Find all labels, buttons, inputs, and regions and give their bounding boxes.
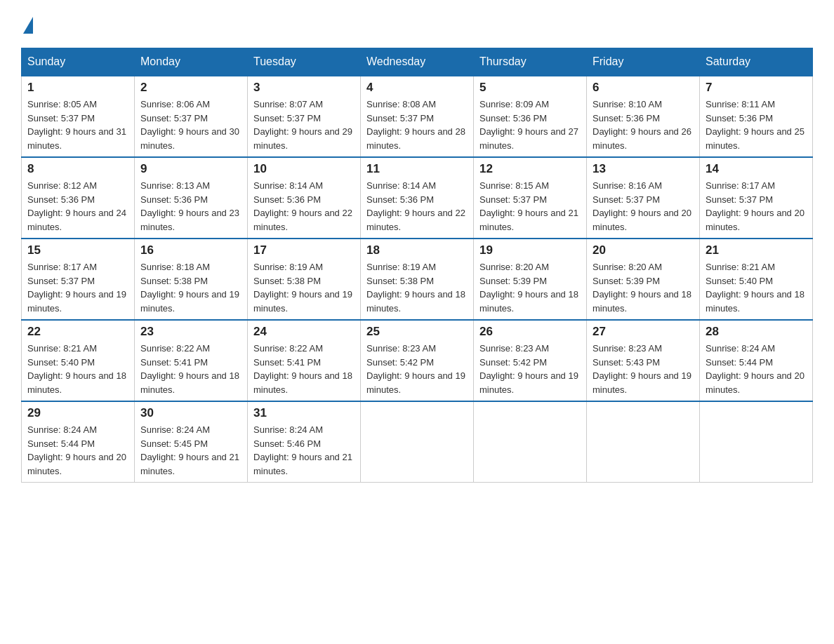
day-info: Sunrise: 8:20 AMSunset: 5:39 PMDaylight:… xyxy=(593,260,694,315)
calendar-cell xyxy=(474,401,587,483)
calendar-cell: 15Sunrise: 8:17 AMSunset: 5:37 PMDayligh… xyxy=(22,239,135,320)
calendar-cell xyxy=(587,401,700,483)
calendar-cell: 20Sunrise: 8:20 AMSunset: 5:39 PMDayligh… xyxy=(587,239,700,320)
day-info: Sunrise: 8:19 AMSunset: 5:38 PMDaylight:… xyxy=(253,260,355,315)
calendar-cell: 25Sunrise: 8:23 AMSunset: 5:42 PMDayligh… xyxy=(361,320,474,401)
calendar-cell: 22Sunrise: 8:21 AMSunset: 5:40 PMDayligh… xyxy=(22,320,135,401)
day-number: 26 xyxy=(479,325,581,339)
calendar-cell: 27Sunrise: 8:23 AMSunset: 5:43 PMDayligh… xyxy=(587,320,700,401)
day-number: 29 xyxy=(27,406,128,420)
calendar-cell: 14Sunrise: 8:17 AMSunset: 5:37 PMDayligh… xyxy=(700,157,813,239)
day-info: Sunrise: 8:22 AMSunset: 5:41 PMDaylight:… xyxy=(253,342,355,396)
calendar-week-row: 8Sunrise: 8:12 AMSunset: 5:36 PMDaylight… xyxy=(22,157,813,239)
day-number: 23 xyxy=(140,325,241,339)
day-info: Sunrise: 8:24 AMSunset: 5:44 PMDaylight:… xyxy=(27,423,128,478)
day-number: 16 xyxy=(140,243,241,257)
calendar-cell: 29Sunrise: 8:24 AMSunset: 5:44 PMDayligh… xyxy=(22,401,135,483)
calendar-cell: 4Sunrise: 8:08 AMSunset: 5:37 PMDaylight… xyxy=(361,76,474,157)
day-info: Sunrise: 8:06 AMSunset: 5:37 PMDaylight:… xyxy=(140,98,241,152)
day-info: Sunrise: 8:24 AMSunset: 5:44 PMDaylight:… xyxy=(706,342,807,396)
header-thursday: Thursday xyxy=(474,48,587,76)
day-number: 30 xyxy=(140,406,241,420)
logo xyxy=(21,14,36,34)
day-info: Sunrise: 8:17 AMSunset: 5:37 PMDaylight:… xyxy=(706,179,807,234)
calendar-cell: 3Sunrise: 8:07 AMSunset: 5:37 PMDaylight… xyxy=(248,76,361,157)
day-number: 17 xyxy=(253,243,355,257)
calendar-cell: 7Sunrise: 8:11 AMSunset: 5:36 PMDaylight… xyxy=(700,76,813,157)
logo-triangle-icon xyxy=(23,17,33,34)
day-number: 11 xyxy=(366,162,468,176)
header-monday: Monday xyxy=(135,48,248,76)
calendar-cell: 12Sunrise: 8:15 AMSunset: 5:37 PMDayligh… xyxy=(474,157,587,239)
calendar-week-row: 15Sunrise: 8:17 AMSunset: 5:37 PMDayligh… xyxy=(22,239,813,320)
day-info: Sunrise: 8:11 AMSunset: 5:36 PMDaylight:… xyxy=(706,98,807,152)
calendar-cell: 6Sunrise: 8:10 AMSunset: 5:36 PMDaylight… xyxy=(587,76,700,157)
calendar-cell: 28Sunrise: 8:24 AMSunset: 5:44 PMDayligh… xyxy=(700,320,813,401)
day-info: Sunrise: 8:14 AMSunset: 5:36 PMDaylight:… xyxy=(366,179,468,234)
calendar-cell: 11Sunrise: 8:14 AMSunset: 5:36 PMDayligh… xyxy=(361,157,474,239)
day-number: 15 xyxy=(27,243,128,257)
header-wednesday: Wednesday xyxy=(361,48,474,76)
calendar-cell: 26Sunrise: 8:23 AMSunset: 5:42 PMDayligh… xyxy=(474,320,587,401)
calendar-cell: 5Sunrise: 8:09 AMSunset: 5:36 PMDaylight… xyxy=(474,76,587,157)
calendar-cell: 31Sunrise: 8:24 AMSunset: 5:46 PMDayligh… xyxy=(248,401,361,483)
calendar-cell: 1Sunrise: 8:05 AMSunset: 5:37 PMDaylight… xyxy=(22,76,135,157)
calendar-cell xyxy=(361,401,474,483)
day-info: Sunrise: 8:21 AMSunset: 5:40 PMDaylight:… xyxy=(706,260,807,315)
header-tuesday: Tuesday xyxy=(248,48,361,76)
calendar-cell: 23Sunrise: 8:22 AMSunset: 5:41 PMDayligh… xyxy=(135,320,248,401)
calendar-cell: 9Sunrise: 8:13 AMSunset: 5:36 PMDaylight… xyxy=(135,157,248,239)
calendar-week-row: 1Sunrise: 8:05 AMSunset: 5:37 PMDaylight… xyxy=(22,76,813,157)
day-number: 10 xyxy=(253,162,355,176)
calendar-week-row: 29Sunrise: 8:24 AMSunset: 5:44 PMDayligh… xyxy=(22,401,813,483)
day-info: Sunrise: 8:24 AMSunset: 5:46 PMDaylight:… xyxy=(253,423,355,478)
day-number: 7 xyxy=(706,81,807,95)
calendar-cell: 18Sunrise: 8:19 AMSunset: 5:38 PMDayligh… xyxy=(361,239,474,320)
calendar-cell: 21Sunrise: 8:21 AMSunset: 5:40 PMDayligh… xyxy=(700,239,813,320)
day-number: 8 xyxy=(27,162,128,176)
day-number: 22 xyxy=(27,325,128,339)
calendar-table: SundayMondayTuesdayWednesdayThursdayFrid… xyxy=(21,48,813,483)
calendar-cell: 24Sunrise: 8:22 AMSunset: 5:41 PMDayligh… xyxy=(248,320,361,401)
calendar-cell xyxy=(700,401,813,483)
header-sunday: Sunday xyxy=(22,48,135,76)
day-info: Sunrise: 8:19 AMSunset: 5:38 PMDaylight:… xyxy=(366,260,468,315)
day-number: 5 xyxy=(479,81,581,95)
day-number: 2 xyxy=(140,81,241,95)
calendar-header-row: SundayMondayTuesdayWednesdayThursdayFrid… xyxy=(22,48,813,76)
day-info: Sunrise: 8:12 AMSunset: 5:36 PMDaylight:… xyxy=(27,179,128,234)
day-info: Sunrise: 8:24 AMSunset: 5:45 PMDaylight:… xyxy=(140,423,241,478)
day-info: Sunrise: 8:15 AMSunset: 5:37 PMDaylight:… xyxy=(479,179,581,234)
calendar-cell: 8Sunrise: 8:12 AMSunset: 5:36 PMDaylight… xyxy=(22,157,135,239)
calendar-week-row: 22Sunrise: 8:21 AMSunset: 5:40 PMDayligh… xyxy=(22,320,813,401)
day-number: 21 xyxy=(706,243,807,257)
day-number: 13 xyxy=(593,162,694,176)
day-info: Sunrise: 8:23 AMSunset: 5:42 PMDaylight:… xyxy=(366,342,468,396)
day-number: 19 xyxy=(479,243,581,257)
day-info: Sunrise: 8:16 AMSunset: 5:37 PMDaylight:… xyxy=(593,179,694,234)
day-info: Sunrise: 8:21 AMSunset: 5:40 PMDaylight:… xyxy=(27,342,128,396)
day-info: Sunrise: 8:09 AMSunset: 5:36 PMDaylight:… xyxy=(479,98,581,152)
day-number: 31 xyxy=(253,406,355,420)
day-info: Sunrise: 8:18 AMSunset: 5:38 PMDaylight:… xyxy=(140,260,241,315)
day-info: Sunrise: 8:08 AMSunset: 5:37 PMDaylight:… xyxy=(366,98,468,152)
day-info: Sunrise: 8:22 AMSunset: 5:41 PMDaylight:… xyxy=(140,342,241,396)
calendar-cell: 17Sunrise: 8:19 AMSunset: 5:38 PMDayligh… xyxy=(248,239,361,320)
day-info: Sunrise: 8:07 AMSunset: 5:37 PMDaylight:… xyxy=(253,98,355,152)
calendar-cell: 16Sunrise: 8:18 AMSunset: 5:38 PMDayligh… xyxy=(135,239,248,320)
day-info: Sunrise: 8:23 AMSunset: 5:42 PMDaylight:… xyxy=(479,342,581,396)
day-info: Sunrise: 8:20 AMSunset: 5:39 PMDaylight:… xyxy=(479,260,581,315)
calendar-cell: 13Sunrise: 8:16 AMSunset: 5:37 PMDayligh… xyxy=(587,157,700,239)
day-number: 27 xyxy=(593,325,694,339)
day-number: 18 xyxy=(366,243,468,257)
day-info: Sunrise: 8:14 AMSunset: 5:36 PMDaylight:… xyxy=(253,179,355,234)
day-number: 1 xyxy=(27,81,128,95)
day-info: Sunrise: 8:05 AMSunset: 5:37 PMDaylight:… xyxy=(27,98,128,152)
day-number: 3 xyxy=(253,81,355,95)
day-info: Sunrise: 8:13 AMSunset: 5:36 PMDaylight:… xyxy=(140,179,241,234)
day-info: Sunrise: 8:10 AMSunset: 5:36 PMDaylight:… xyxy=(593,98,694,152)
day-number: 6 xyxy=(593,81,694,95)
header-saturday: Saturday xyxy=(700,48,813,76)
page-header xyxy=(21,14,813,34)
day-number: 28 xyxy=(706,325,807,339)
